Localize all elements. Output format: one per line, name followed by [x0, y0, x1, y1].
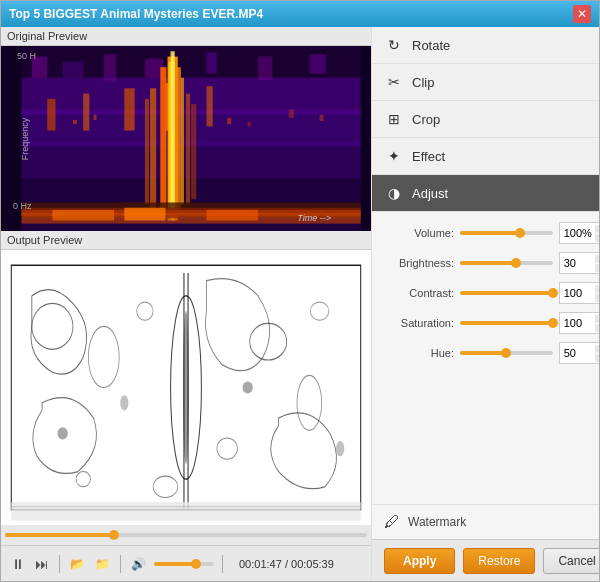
rotate-label: Rotate [412, 38, 450, 53]
apply-button[interactable]: Apply [384, 548, 455, 574]
crop-label: Crop [412, 112, 440, 127]
freq-top-label: 50 H [17, 51, 36, 61]
tool-effect[interactable]: ✦ Effect [372, 138, 599, 175]
timeline-bar[interactable] [1, 525, 371, 545]
svg-rect-8 [104, 54, 116, 80]
svg-rect-21 [171, 51, 175, 220]
saturation-adj-thumb[interactable] [548, 318, 558, 328]
contrast-row: Contrast: 100 ▲ ▼ [384, 282, 599, 304]
time-total: 00:05:39 [291, 558, 334, 570]
contrast-adj-fill [460, 291, 553, 295]
svg-rect-14 [83, 94, 89, 131]
brightness-down[interactable]: ▼ [595, 264, 599, 272]
saturation-value-box: 100 ▲ ▼ [559, 312, 599, 334]
volume-slider[interactable] [154, 562, 214, 566]
svg-rect-22 [176, 67, 181, 215]
volume-adj-fill [460, 231, 520, 235]
time-current: 00:01:47 [239, 558, 282, 570]
folder-button[interactable]: 📁 [93, 555, 112, 573]
contrast-adj-thumb[interactable] [548, 288, 558, 298]
svg-rect-13 [47, 99, 55, 131]
tool-rotate[interactable]: ↻ Rotate [372, 27, 599, 64]
svg-rect-23 [181, 78, 184, 205]
divider-3 [222, 555, 223, 573]
contrast-value: 100 [564, 287, 582, 299]
tool-adjust[interactable]: ◑ Adjust [372, 175, 599, 212]
watermark-icon: 🖊 [384, 513, 400, 531]
contrast-down[interactable]: ▼ [595, 294, 599, 302]
main-content: Original Preview [1, 27, 599, 581]
svg-point-58 [336, 441, 344, 456]
contrast-label: Contrast: [384, 287, 454, 299]
volume-row: Volume: 100% ▲ ▼ [384, 222, 599, 244]
svg-rect-29 [94, 115, 97, 120]
rotate-icon: ↻ [384, 35, 404, 55]
freq-bot-label: 0 Hz [13, 201, 32, 211]
original-preview: Frequency 50 H Frequency 0 Hz Time --> [1, 46, 371, 231]
volume-button[interactable]: 🔊 [129, 555, 148, 573]
hue-adj-fill [460, 351, 506, 355]
hue-down[interactable]: ▼ [595, 354, 599, 362]
main-window: Top 5 BIGGEST Animal Mysteries EVER.MP4 … [0, 0, 600, 582]
volume-down[interactable]: ▼ [595, 234, 599, 242]
tool-clip[interactable]: ✂ Clip [372, 64, 599, 101]
hue-value: 50 [564, 347, 576, 359]
pause-button[interactable]: ⏸ [9, 554, 27, 574]
clip-icon: ✂ [384, 72, 404, 92]
svg-rect-33 [320, 115, 324, 121]
spectrogram-svg: Frequency [1, 46, 371, 231]
brightness-adj-fill [460, 261, 516, 265]
contrast-adj-slider[interactable] [460, 291, 553, 295]
hue-adj-slider[interactable] [460, 351, 553, 355]
cancel-button[interactable]: Cancel [543, 548, 599, 574]
svg-rect-17 [207, 86, 213, 126]
effect-icon: ✦ [384, 146, 404, 166]
timeline-fill [5, 533, 114, 537]
restore-button[interactable]: Restore [463, 548, 535, 574]
svg-rect-32 [289, 109, 294, 117]
tool-crop[interactable]: ⊞ Crop [372, 101, 599, 138]
window-title: Top 5 BIGGEST Animal Mysteries EVER.MP4 [9, 7, 263, 21]
svg-rect-27 [191, 104, 196, 199]
volume-label: Volume: [384, 227, 454, 239]
original-preview-label: Original Preview [1, 27, 371, 46]
next-frame-button[interactable]: ⏭ [33, 554, 51, 574]
brightness-value-box: 30 ▲ ▼ [559, 252, 599, 274]
hue-label: Hue: [384, 347, 454, 359]
svg-point-56 [120, 395, 128, 410]
svg-rect-28 [73, 120, 77, 124]
brightness-value: 30 [564, 257, 576, 269]
timeline-track[interactable] [5, 533, 367, 537]
watermark-section[interactable]: 🖊 Watermark [372, 504, 599, 539]
volume-up[interactable]: ▲ [595, 225, 599, 233]
brightness-adj-thumb[interactable] [511, 258, 521, 268]
svg-point-57 [243, 381, 253, 393]
brightness-adj-slider[interactable] [460, 261, 553, 265]
svg-rect-18 [160, 67, 166, 215]
volume-slider-thumb[interactable] [191, 559, 201, 569]
saturation-value: 100 [564, 317, 582, 329]
svg-rect-31 [248, 122, 251, 126]
brightness-spinners: ▲ ▼ [595, 255, 599, 272]
timeline-thumb[interactable] [109, 530, 119, 540]
saturation-down[interactable]: ▼ [595, 324, 599, 332]
svg-point-55 [58, 427, 68, 439]
right-panel: ↻ Rotate ✂ Clip ⊞ Crop ✦ Effect ◑ Adju [371, 27, 599, 581]
volume-slider-fill [154, 562, 196, 566]
close-button[interactable]: ✕ [573, 5, 591, 23]
contrast-up[interactable]: ▲ [595, 285, 599, 293]
hue-up[interactable]: ▲ [595, 345, 599, 353]
saturation-up[interactable]: ▲ [595, 315, 599, 323]
volume-adj-thumb[interactable] [515, 228, 525, 238]
saturation-adj-slider[interactable] [460, 321, 553, 325]
brightness-up[interactable]: ▲ [595, 255, 599, 263]
volume-spinners: ▲ ▼ [595, 225, 599, 242]
open-file-button[interactable]: 📂 [68, 555, 87, 573]
left-panel: Original Preview [1, 27, 371, 581]
adjust-label: Adjust [412, 186, 448, 201]
hue-adj-thumb[interactable] [501, 348, 511, 358]
volume-adj-slider[interactable] [460, 231, 553, 235]
volume-value-box: 100% ▲ ▼ [559, 222, 599, 244]
hue-value-box: 50 ▲ ▼ [559, 342, 599, 364]
svg-rect-26 [186, 94, 190, 205]
